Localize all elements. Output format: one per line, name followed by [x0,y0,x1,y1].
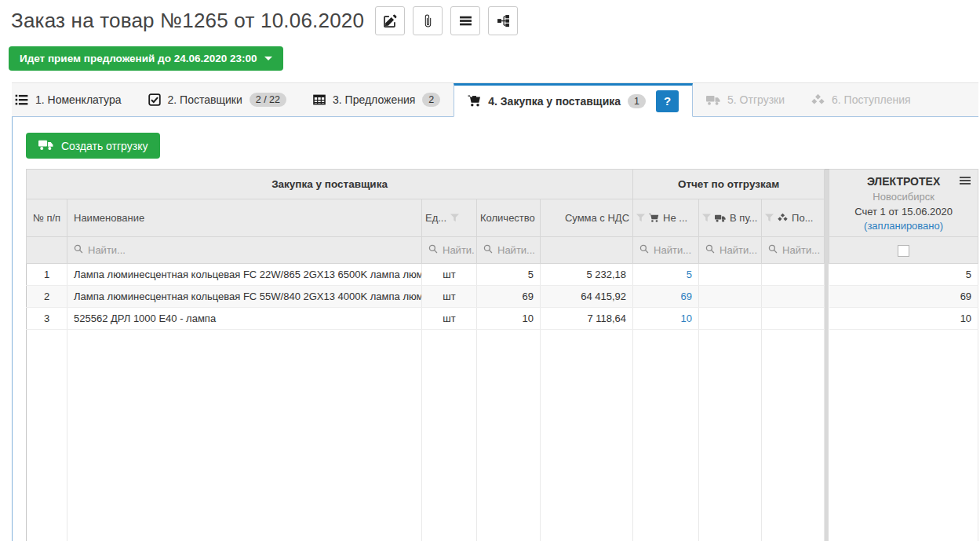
structure-button[interactable] [488,6,518,35]
filter-cell-supplier [829,237,978,264]
filter-cell-in-transit [699,237,762,264]
row-unit: шт [422,308,477,330]
funnel-icon[interactable] [636,214,645,222]
row-in-transit [699,264,762,286]
row-not-shipped-link[interactable]: 69 [633,286,699,308]
filter-cell-unit [422,237,477,264]
col-header-num[interactable]: № п/п [27,199,67,237]
status-dropdown-button[interactable]: Идет прием предложений до 24.06.2020 23:… [9,46,283,71]
row-supplier-qty: 69 [829,286,978,308]
cubes-icon [778,213,788,223]
table-row[interactable]: 3 525562 ДРЛ 1000 Е40 - лампа шт 10 7 11… [27,308,978,330]
col-label: В пу... [730,212,757,224]
supplier-city: Новосибирск [832,189,975,204]
table-grid-icon [313,93,326,106]
filter-row [27,237,978,264]
attachments-button[interactable] [413,6,443,35]
row-not-shipped-link[interactable]: 10 [633,308,699,330]
row-name: Лампа люминесцентная кольцевая FC 22W/86… [67,264,422,286]
tab-nomenclature[interactable]: 1. Номенклатура [12,83,135,116]
row-supplier-qty: 10 [829,308,978,330]
title-row: Заказ на товар №1265 от 10.06.2020 [0,0,980,35]
sitemap-icon [497,14,510,27]
tab-purchase[interactable]: 4. Закупка у поставщика 1 ? [454,83,693,117]
col-header-sum[interactable]: Сумма с НДС [541,199,633,237]
search-icon [639,244,649,256]
row-name: Лампа люминесцентная кольцевая FC 55W/84… [67,286,422,308]
tab-label: 2. Поставщики [168,93,242,106]
tab-badge: 2 [422,93,440,107]
row-num: 3 [27,308,67,330]
row-sum: 5 232,18 [541,264,633,286]
page-title: Заказ на товар №1265 от 10.06.2020 [11,9,364,33]
table-row[interactable]: 1 Лампа люминесцентная кольцевая FC 22W/… [27,264,978,286]
tab-shipments: 5. Отгрузки [693,83,798,116]
supplier-name: ЭЛЕКТРОТЕХ [832,174,975,189]
create-shipment-label: Создать отгрузку [61,140,148,152]
supplier-select-checkbox[interactable] [898,245,909,257]
list-icon [459,14,472,27]
supplier-status-link[interactable]: (запланировано) [832,219,975,233]
funnel-icon[interactable] [765,214,774,222]
tab-label: 4. Закупка у поставщика [488,95,621,108]
funnel-icon[interactable] [702,214,711,222]
table-row[interactable]: 2 Лампа люминесцентная кольцевая FC 55W/… [27,286,978,308]
col-header-qty[interactable]: Количество [477,199,541,237]
filter-cell-name [67,237,422,264]
tab-label: 6. Поступления [832,93,911,106]
row-in-transit [699,286,762,308]
truck-icon [715,214,726,223]
row-qty: 69 [477,286,541,308]
col-header-name[interactable]: Наименование [67,199,422,237]
col-header-unit[interactable]: Ед... [422,199,477,237]
filter-cell-qty [477,237,541,264]
filter-cell-not-shipped [633,237,699,264]
col-label: По... [792,212,813,224]
search-input-received[interactable] [782,244,822,256]
caret-down-icon [264,57,272,60]
funnel-icon[interactable] [450,214,459,222]
purchase-table: Закупка у поставщика Отчет по отгрузкам … [26,169,978,541]
group-header-shipments: Отчет по отгрузкам [633,170,825,199]
supplier-column-header[interactable]: ЭЛЕКТРОТЕХ Новосибирск Счет 1 от 15.06.2… [829,170,978,237]
filter-cell-num [27,237,67,264]
tabs-panel: 1. Номенклатура 2. Поставщики 2 / 22 3. … [12,82,978,541]
search-input-in-transit[interactable] [720,244,760,256]
search-input-not-shipped[interactable] [654,244,697,256]
group-header-purchase: Закупка у поставщика [27,170,633,199]
row-unit: шт [422,286,477,308]
search-input-qty[interactable] [497,244,538,256]
col-header-received[interactable]: По... [762,199,825,237]
tab-suppliers[interactable]: 2. Поставщики 2 / 22 [135,83,300,116]
edit-button[interactable] [375,6,405,35]
row-sum: 64 415,92 [541,286,633,308]
row-in-transit [699,308,762,330]
tab-label: 3. Предложения [333,93,415,106]
row-qty: 10 [477,308,541,330]
ordered-list-icon [15,93,28,107]
row-not-shipped-link[interactable]: 5 [633,264,699,286]
help-button[interactable]: ? [656,90,679,112]
tab-badge: 2 / 22 [250,93,286,107]
hamburger-icon[interactable] [960,176,971,185]
tab-offers[interactable]: 3. Предложения 2 [300,83,454,116]
checkbox-checked-icon [148,93,161,106]
cubes-icon [811,93,825,107]
search-input-name[interactable] [88,244,420,256]
list-button[interactable] [450,6,480,35]
row-num: 2 [27,286,67,308]
search-icon [74,244,83,256]
col-header-not-shipped[interactable]: Не ... [633,199,699,237]
search-icon [768,244,778,256]
col-header-in-transit[interactable]: В пу... [699,199,762,237]
row-sum: 7 118,64 [541,308,633,330]
row-num: 1 [27,264,67,286]
truck-icon [38,139,53,153]
create-shipment-button[interactable]: Создать отгрузку [26,133,160,159]
row-received [762,264,825,286]
group-header-row: Закупка у поставщика Отчет по отгрузкам … [27,170,978,199]
search-input-unit[interactable] [443,244,475,256]
row-name: 525562 ДРЛ 1000 Е40 - лампа [67,308,422,330]
search-icon [428,244,438,256]
search-icon [705,244,715,256]
